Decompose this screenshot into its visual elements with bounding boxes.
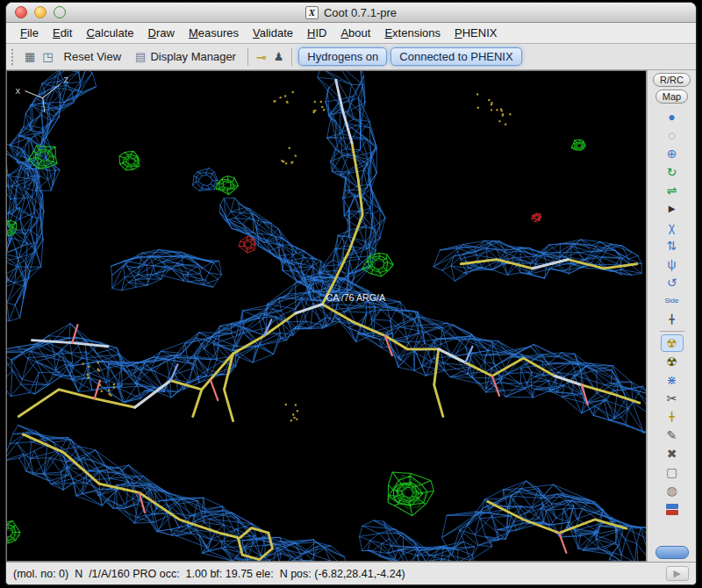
display-manager-icon: ▤ [135, 50, 146, 63]
rock-view-icon[interactable]: ⇌ [661, 182, 684, 199]
titlebar[interactable]: X Coot 0.7.1-pre [6, 3, 696, 23]
phenix-connection-toggle[interactable]: Connected to PHENIX [390, 47, 521, 66]
statusbar: (mol. no: 0) N /1/A/160 PRO occ: 1.00 bf… [6, 562, 696, 584]
rrc-button[interactable]: R/RC [653, 73, 691, 87]
sphere-refine-icon[interactable]: ↺ [661, 274, 684, 291]
chi-angles-icon[interactable]: χ [661, 219, 684, 236]
menu-hid[interactable]: HID [300, 25, 333, 41]
toolbar-separator [291, 48, 292, 66]
zoom-button[interactable] [54, 6, 66, 18]
spin-view-icon[interactable]: ◌ [661, 126, 684, 144]
toolbar: ▦ ◳ Reset View ▤ Display Manager ⊸ ♟ Hyd… [6, 44, 696, 70]
strip-separator [660, 331, 684, 332]
rama-plot-icon[interactable] [661, 500, 684, 518]
x11-icon: X [305, 6, 319, 19]
add-terminal-residue-icon[interactable]: ⋇ [661, 371, 684, 389]
graphics-canvas[interactable]: x z CA /76 ARG/A [6, 70, 647, 562]
window-title: X Coot 0.7.1-pre [6, 6, 696, 19]
delete-icon[interactable]: ✖ [661, 445, 684, 463]
menu-calculate[interactable]: Calculate [79, 25, 140, 41]
rotate-sphere-icon[interactable]: ● [661, 108, 684, 125]
figure-icon[interactable]: ♟ [272, 49, 286, 64]
scene-icon[interactable]: ▦ [23, 49, 37, 64]
minimize-button[interactable] [34, 6, 47, 18]
reset-view-button[interactable]: Reset View [59, 48, 127, 65]
traffic-lights [6, 6, 66, 18]
display-manager-button[interactable]: ▤ Display Manager [130, 48, 241, 65]
side-icon-strip: ●◌⊕↻⇌▶χ⇅ψ↺Side╋☢☢⋇✂╋✎✖▢◍ [648, 108, 696, 541]
window-title-text: Coot 0.7.1-pre [324, 6, 397, 19]
key-icon[interactable]: ⊸ [254, 49, 269, 65]
add-atom-icon[interactable]: ╋ [661, 408, 684, 426]
menu-draw[interactable]: Draw [141, 25, 182, 41]
xray-refine-icon[interactable]: ☢ [661, 334, 684, 352]
atom-label: CA /76 ARG/A [326, 292, 386, 303]
translate-view-icon[interactable]: ⊕ [661, 145, 684, 162]
map-button[interactable]: Map [655, 90, 688, 104]
box-icon[interactable]: ▢ [661, 463, 684, 481]
menu-measures[interactable]: Measures [182, 25, 246, 41]
menu-validate[interactable]: Validate [246, 25, 300, 41]
jump-residue-icon[interactable]: ⇅ [661, 237, 684, 255]
side-view-icon[interactable]: Side [661, 292, 684, 310]
menu-about[interactable]: About [333, 25, 377, 41]
expand-icon[interactable]: ▶ [661, 200, 684, 218]
rotate-zoom-icon[interactable]: ↻ [661, 163, 684, 181]
menu-phenix[interactable]: PHENIX [448, 25, 504, 41]
hydrogens-toggle[interactable]: Hydrogens on [298, 47, 387, 66]
play-button[interactable]: ▶ [666, 566, 689, 581]
axis-x-label: x [15, 86, 20, 96]
menu-file[interactable]: File [13, 25, 46, 41]
close-button[interactable] [15, 6, 27, 18]
menubar: FileEditCalculateDrawMeasuresValidateHID… [6, 23, 696, 44]
app-window: X Coot 0.7.1-pre FileEditCalculateDrawMe… [5, 2, 697, 585]
xray-map-icon[interactable]: ☢ [661, 353, 684, 370]
stereo-view-icon[interactable]: ◳ [40, 49, 54, 64]
pencil-icon[interactable]: ✎ [661, 427, 684, 444]
axes-icon[interactable]: ╋ [661, 311, 684, 328]
status-text: (mol. no: 0) N /1/A/160 PRO occ: 1.00 bf… [13, 568, 405, 580]
torsion-icon[interactable]: ψ [661, 255, 684, 273]
scroll-thumb[interactable] [655, 546, 689, 559]
cut-icon[interactable]: ✂ [661, 390, 684, 407]
right-toolbar: R/RC Map ●◌⊕↻⇌▶χ⇅ψ↺Side╋☢☢⋇✂╋✎✖▢◍ [647, 70, 696, 562]
menu-extensions[interactable]: Extensions [377, 25, 448, 41]
toolbar-separator [247, 48, 248, 66]
display-manager-label: Display Manager [150, 50, 236, 63]
menu-edit[interactable]: Edit [46, 25, 79, 41]
axis-z-label: z [63, 75, 68, 84]
sphere-icon[interactable]: ◍ [661, 482, 684, 499]
toolbar-grip[interactable] [11, 49, 18, 65]
